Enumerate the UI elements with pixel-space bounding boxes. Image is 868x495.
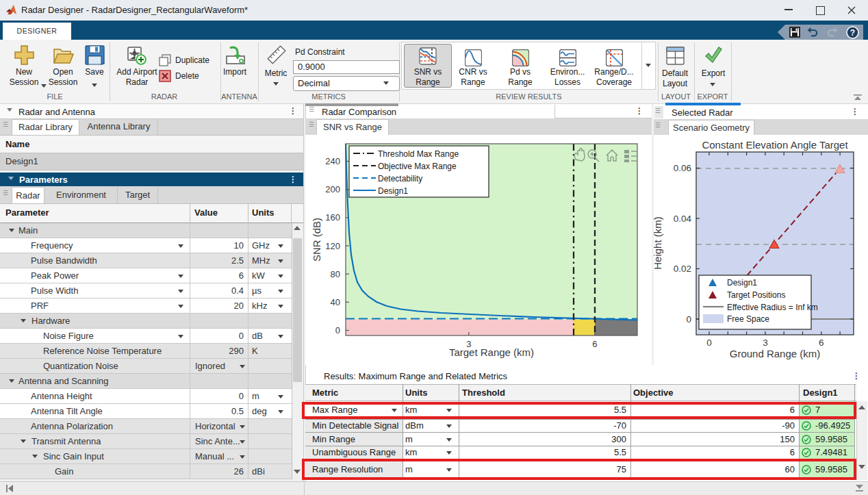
svg-text:Detectability: Detectability: [378, 174, 422, 183]
svg-text:0.02: 0.02: [674, 264, 691, 274]
svg-text:0.04: 0.04: [674, 214, 692, 224]
svg-text:0: 0: [686, 314, 691, 325]
svg-text:0.06: 0.06: [674, 163, 691, 173]
svg-text:6: 6: [592, 339, 597, 349]
svg-text:80: 80: [331, 269, 340, 279]
svg-text:0: 0: [706, 338, 712, 348]
svg-text:Threshold Max Range: Threshold Max Range: [378, 149, 459, 159]
svg-text:Constant Elevation Angle Targe: Constant Elevation Angle Target: [702, 139, 848, 151]
svg-text:240: 240: [325, 156, 340, 166]
svg-text:Free Space: Free Space: [727, 314, 769, 324]
svg-text:200: 200: [325, 184, 340, 194]
svg-text:3: 3: [763, 338, 768, 348]
svg-text:40: 40: [331, 297, 340, 307]
svg-text:Objective Max Range: Objective Max Range: [378, 162, 457, 171]
svg-text:Design1: Design1: [727, 278, 757, 288]
svg-text:0: 0: [335, 325, 340, 335]
svg-text:Target Range (km): Target Range (km): [449, 346, 534, 358]
svg-text:Effective Radius = Inf km: Effective Radius = Inf km: [727, 303, 818, 312]
svg-text:6: 6: [819, 338, 824, 348]
svg-text:?: ?: [850, 28, 855, 38]
svg-text:120: 120: [325, 241, 340, 251]
svg-text:Target Positions: Target Positions: [727, 290, 785, 300]
svg-text:Ground Range (km): Ground Range (km): [730, 348, 821, 359]
svg-text:SNR (dB): SNR (dB): [311, 218, 322, 262]
svg-text:Design1: Design1: [378, 186, 408, 196]
svg-text:Height (km): Height (km): [654, 216, 663, 270]
svg-text:160: 160: [325, 212, 340, 223]
